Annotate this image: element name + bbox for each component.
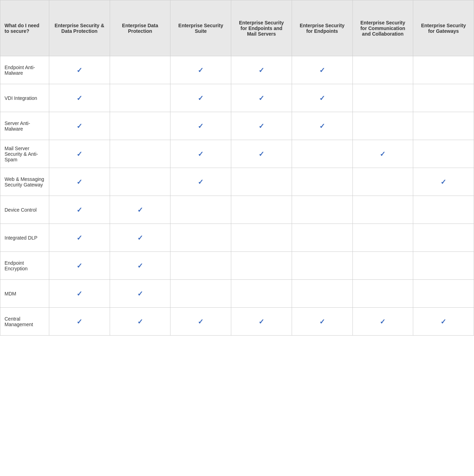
check-row5-col7: [413, 196, 474, 224]
check-row8-col3: [170, 280, 231, 308]
feature-label: Device Control: [0, 196, 49, 224]
table-row: MDM✓✓: [0, 280, 474, 308]
check-row6-col7: [413, 224, 474, 252]
header-row: What do I need to secure? Enterprise Sec…: [0, 0, 474, 56]
check-row3-col3: ✓: [170, 140, 231, 168]
check-row7-col6: [352, 252, 413, 280]
checkmark-icon: ✓: [380, 318, 386, 325]
feature-label: Endpoint Anti-Malware: [0, 56, 49, 84]
checkmark-icon: ✓: [76, 178, 82, 186]
checkmark-icon: ✓: [198, 66, 204, 74]
check-row2-col7: [413, 112, 474, 140]
table-row: Server Anti-Malware✓✓✓✓: [0, 112, 474, 140]
check-row7-col5: [292, 252, 352, 280]
comparison-table: What do I need to secure? Enterprise Sec…: [0, 0, 474, 336]
checkmark-icon: ✓: [319, 122, 325, 130]
check-row1-col4: ✓: [231, 84, 292, 112]
check-row2-col1: ✓: [49, 112, 110, 140]
feature-label: MDM: [0, 280, 49, 308]
checkmark-icon: ✓: [137, 234, 143, 242]
check-row7-col1: ✓: [49, 252, 110, 280]
check-row2-col2: [110, 112, 170, 140]
check-row2-col6: [352, 112, 413, 140]
checkmark-icon: ✓: [137, 290, 143, 298]
checkmark-icon: ✓: [76, 262, 82, 270]
header-col7: Enterprise Security for Gateways: [413, 0, 474, 56]
check-row8-col2: ✓: [110, 280, 170, 308]
check-row6-col5: [292, 224, 352, 252]
check-row1-col1: ✓: [49, 84, 110, 112]
checkmark-icon: ✓: [137, 262, 143, 270]
check-row6-col6: [352, 224, 413, 252]
table-row: Device Control✓✓: [0, 196, 474, 224]
table-row: Mail Server Security & Anti-Spam✓✓✓✓: [0, 140, 474, 168]
check-row5-col1: ✓: [49, 196, 110, 224]
check-row0-col2: [110, 56, 170, 84]
checkmark-icon: ✓: [319, 94, 325, 102]
checkmark-icon: ✓: [198, 318, 204, 325]
table-row: Endpoint Encryption✓✓: [0, 252, 474, 280]
checkmark-icon: ✓: [258, 318, 264, 325]
header-col2: Enterprise Data Protection: [110, 0, 170, 56]
check-row0-col4: ✓: [231, 56, 292, 84]
check-row4-col5: [292, 168, 352, 196]
header-col5: Enterprise Security for Endpoints: [292, 0, 352, 56]
check-row9-col7: ✓: [413, 308, 474, 336]
checkmark-icon: ✓: [137, 318, 143, 325]
feature-label: Mail Server Security & Anti-Spam: [0, 140, 49, 168]
check-row1-col3: ✓: [170, 84, 231, 112]
feature-label: Server Anti-Malware: [0, 112, 49, 140]
checkmark-icon: ✓: [440, 318, 446, 325]
check-row3-col6: ✓: [352, 140, 413, 168]
checkmark-icon: ✓: [319, 66, 325, 74]
checkmark-icon: ✓: [198, 178, 204, 186]
check-row6-col2: ✓: [110, 224, 170, 252]
comparison-table-wrapper: What do I need to secure? Enterprise Sec…: [0, 0, 474, 336]
check-row8-col5: [292, 280, 352, 308]
checkmark-icon: ✓: [258, 66, 264, 74]
check-row9-col3: ✓: [170, 308, 231, 336]
check-row0-col5: ✓: [292, 56, 352, 84]
checkmark-icon: ✓: [76, 122, 82, 130]
check-row9-col5: ✓: [292, 308, 352, 336]
check-row9-col6: ✓: [352, 308, 413, 336]
table-row: Web & Messaging Security Gateway✓✓✓: [0, 168, 474, 196]
checkmark-icon: ✓: [198, 94, 204, 102]
check-row2-col5: ✓: [292, 112, 352, 140]
table-row: Integrated DLP✓✓: [0, 224, 474, 252]
check-row4-col7: ✓: [413, 168, 474, 196]
check-row0-col3: ✓: [170, 56, 231, 84]
feature-label: VDI Integration: [0, 84, 49, 112]
check-row5-col2: ✓: [110, 196, 170, 224]
check-row7-col7: [413, 252, 474, 280]
check-row5-col6: [352, 196, 413, 224]
header-col4: Enterprise Security for Endpoints and Ma…: [231, 0, 292, 56]
feature-label: Central Management: [0, 308, 49, 336]
check-row8-col6: [352, 280, 413, 308]
checkmark-icon: ✓: [76, 150, 82, 158]
check-row9-col2: ✓: [110, 308, 170, 336]
checkmark-icon: ✓: [76, 206, 82, 214]
header-col0: What do I need to secure?: [0, 0, 49, 56]
check-row5-col4: [231, 196, 292, 224]
checkmark-icon: ✓: [76, 234, 82, 242]
check-row4-col1: ✓: [49, 168, 110, 196]
table-row: Endpoint Anti-Malware✓✓✓✓: [0, 56, 474, 84]
header-col3: Enterprise Security Suite: [170, 0, 231, 56]
feature-label: Endpoint Encryption: [0, 252, 49, 280]
check-row4-col6: [352, 168, 413, 196]
checkmark-icon: ✓: [440, 178, 446, 186]
checkmark-icon: ✓: [76, 290, 82, 298]
check-row6-col3: [170, 224, 231, 252]
check-row8-col1: ✓: [49, 280, 110, 308]
check-row4-col3: ✓: [170, 168, 231, 196]
check-row1-col6: [352, 84, 413, 112]
check-row5-col5: [292, 196, 352, 224]
header-col1: Enterprise Security & Data Protection: [49, 0, 110, 56]
checkmark-icon: ✓: [76, 66, 82, 74]
check-row8-col7: [413, 280, 474, 308]
checkmark-icon: ✓: [76, 94, 82, 102]
check-row6-col1: ✓: [49, 224, 110, 252]
check-row3-col4: ✓: [231, 140, 292, 168]
feature-label: Web & Messaging Security Gateway: [0, 168, 49, 196]
